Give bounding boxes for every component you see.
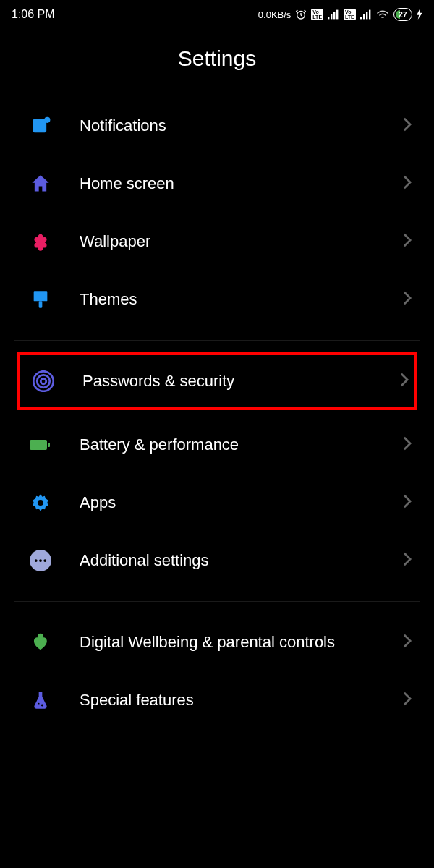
svg-point-24	[41, 705, 43, 707]
flask-icon	[29, 689, 52, 712]
network-speed: 0.0KB/s	[258, 9, 292, 20]
settings-item-battery[interactable]: Battery & performance	[0, 416, 434, 474]
svg-rect-8	[369, 10, 370, 20]
svg-point-21	[39, 559, 42, 562]
dots-icon	[29, 549, 52, 572]
charging-icon	[417, 9, 422, 20]
status-time: 1:06 PM	[12, 8, 55, 21]
status-right: 0.0KB/s VoLTE VoLTE 27	[258, 8, 422, 21]
svg-rect-9	[33, 119, 47, 133]
item-label: Passwords & security	[82, 371, 399, 392]
page-title: Settings	[0, 29, 434, 97]
battery-icon	[29, 433, 52, 456]
svg-rect-4	[336, 10, 338, 20]
item-label: Apps	[80, 493, 402, 514]
chevron-right-icon	[402, 116, 412, 135]
signal-icon-1	[328, 9, 339, 20]
volte-icon-2: VoLTE	[344, 9, 356, 20]
item-label: Digital Wellbeing & parental controls	[80, 632, 402, 653]
svg-rect-11	[34, 291, 48, 301]
svg-rect-3	[333, 12, 335, 20]
settings-item-themes[interactable]: Themes	[0, 271, 434, 328]
alarm-icon	[295, 9, 307, 20]
svg-point-13	[41, 378, 46, 384]
item-label: Special features	[80, 690, 402, 711]
svg-point-18	[38, 500, 43, 506]
svg-point-14	[37, 375, 50, 388]
svg-point-22	[43, 559, 46, 562]
divider	[14, 601, 420, 602]
signal-icon-2	[360, 9, 372, 20]
svg-rect-1	[328, 17, 329, 19]
svg-rect-12	[39, 301, 43, 307]
chevron-right-icon	[402, 174, 412, 193]
svg-rect-7	[366, 12, 367, 20]
settings-item-notifications[interactable]: Notifications	[0, 97, 434, 155]
chevron-right-icon	[402, 691, 412, 710]
settings-item-wallpaper[interactable]: Wallpaper	[0, 213, 434, 271]
item-label: Wallpaper	[80, 231, 402, 252]
item-label: Battery & performance	[80, 435, 402, 456]
flower-icon	[29, 230, 52, 253]
volte-icon: VoLTE	[311, 9, 323, 20]
settings-list: Notifications Home screen Wallpaper Them…	[0, 97, 434, 729]
notifications-icon	[29, 114, 52, 137]
settings-item-apps[interactable]: Apps	[0, 474, 434, 532]
settings-item-additional[interactable]: Additional settings	[0, 532, 434, 590]
heart-icon	[29, 631, 52, 654]
svg-rect-17	[48, 443, 50, 447]
chevron-right-icon	[402, 551, 412, 570]
chevron-right-icon	[402, 290, 412, 309]
brush-icon	[29, 288, 52, 311]
chevron-right-icon	[402, 633, 412, 652]
chevron-right-icon	[399, 372, 409, 391]
svg-rect-2	[331, 14, 332, 19]
svg-rect-5	[360, 17, 362, 19]
chevron-right-icon	[402, 232, 412, 251]
svg-point-10	[44, 117, 50, 123]
battery-indicator: 27	[393, 8, 412, 21]
item-label: Notifications	[80, 116, 402, 137]
item-label: Home screen	[80, 174, 402, 195]
gear-icon	[29, 491, 52, 514]
fingerprint-icon	[32, 370, 55, 393]
home-icon	[29, 172, 52, 195]
settings-item-special[interactable]: Special features	[0, 671, 434, 729]
svg-rect-16	[30, 440, 47, 450]
wifi-icon	[376, 9, 389, 20]
svg-rect-6	[363, 14, 365, 19]
status-bar: 1:06 PM 0.0KB/s VoLTE VoLTE 27	[0, 0, 434, 29]
item-label: Additional settings	[80, 550, 402, 571]
item-label: Themes	[80, 289, 402, 310]
svg-point-20	[35, 559, 38, 562]
settings-item-wellbeing[interactable]: Digital Wellbeing & parental controls	[0, 613, 434, 671]
settings-item-home-screen[interactable]: Home screen	[0, 155, 434, 213]
settings-item-passwords-security[interactable]: Passwords & security	[17, 352, 417, 410]
chevron-right-icon	[402, 493, 412, 512]
chevron-right-icon	[402, 435, 412, 454]
svg-point-25	[38, 703, 40, 705]
divider	[14, 340, 420, 341]
